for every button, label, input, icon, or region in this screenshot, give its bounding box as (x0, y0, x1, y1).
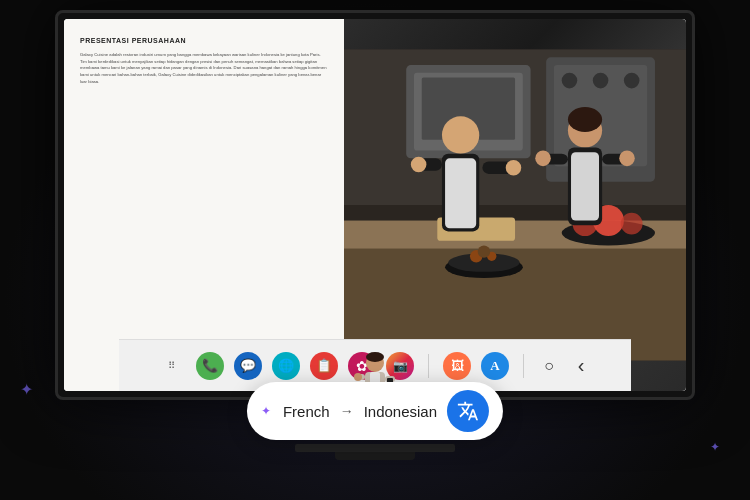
home-nav-button[interactable]: ○ (538, 355, 560, 377)
svg-point-38 (366, 352, 384, 362)
slide-text-area: PRESENTASI PERUSAHAAN Galaxy Cuisine ada… (64, 19, 344, 391)
gallery-app-icon[interactable]: 🖼 (443, 352, 471, 380)
slide-content: PRESENTASI PERUSAHAAN Galaxy Cuisine ada… (64, 19, 686, 391)
svg-point-7 (562, 73, 578, 89)
divider (428, 354, 429, 378)
source-language: French (283, 403, 330, 420)
browser-app-icon[interactable]: 🌐 (272, 352, 300, 380)
chefs-illustration (344, 19, 686, 391)
slide-image-area (344, 19, 686, 391)
back-nav-button[interactable]: ‹ (570, 355, 592, 377)
svg-rect-19 (445, 158, 476, 228)
kitchen-background (344, 19, 686, 391)
svg-point-15 (621, 213, 643, 235)
svg-point-36 (478, 245, 490, 257)
sparkle-decoration-right: ✦ (710, 440, 720, 454)
divider2 (523, 354, 524, 378)
svg-point-31 (619, 151, 635, 167)
slide-title: PRESENTASI PERUSAHAAN (80, 37, 328, 44)
tv-inner: PRESENTASI PERUSAHAAN Galaxy Cuisine ada… (64, 19, 686, 391)
svg-point-9 (624, 73, 640, 89)
target-language: Indonesian (364, 403, 437, 420)
spark-icon: ✦ (261, 404, 271, 418)
translate-action-button[interactable] (447, 390, 489, 432)
svg-point-17 (442, 116, 479, 153)
svg-rect-27 (571, 152, 599, 220)
svg-point-30 (535, 151, 551, 167)
slide-body: Galaxy Cuisine adalah restoran industri … (80, 52, 328, 86)
translate-arrow-icon: → (340, 403, 354, 419)
translate-pill[interactable]: ✦ French → Indonesian (247, 382, 503, 440)
sparkle-decoration-left: ✦ (20, 380, 33, 399)
translate-icon (457, 400, 479, 422)
svg-point-23 (506, 160, 522, 176)
svg-point-8 (593, 73, 609, 89)
apps-grid-icon[interactable]: ⠿ (158, 352, 186, 380)
svg-point-25 (568, 107, 602, 132)
tv-screen: PRESENTASI PERUSAHAAN Galaxy Cuisine ada… (55, 10, 695, 400)
svg-point-22 (411, 157, 427, 173)
notes-app-icon[interactable]: 📋 (310, 352, 338, 380)
ai-app-icon[interactable]: A (481, 352, 509, 380)
svg-point-44 (354, 373, 362, 381)
messages-app-icon[interactable]: 💬 (234, 352, 262, 380)
phone-app-icon[interactable]: 📞 (196, 352, 224, 380)
